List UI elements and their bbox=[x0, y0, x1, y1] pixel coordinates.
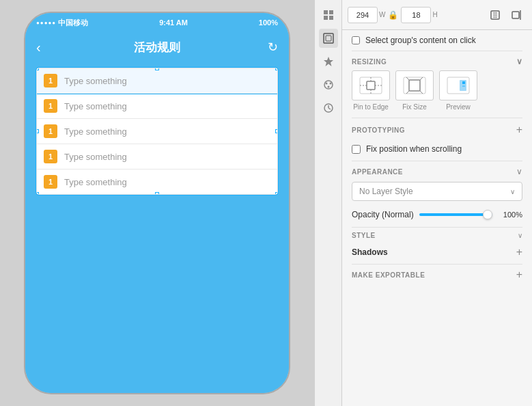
appearance-section: APPEARANCE ∨ bbox=[342, 161, 532, 182]
canvas-icon[interactable] bbox=[319, 29, 338, 48]
handle-top-left[interactable] bbox=[36, 68, 39, 70]
item-badge: 1 bbox=[44, 150, 57, 163]
style-label: STYLE bbox=[352, 232, 376, 239]
dropdown-arrow-icon: ∨ bbox=[510, 188, 515, 195]
preview-option[interactable]: Preview bbox=[439, 70, 477, 111]
item-text: Type something bbox=[64, 101, 127, 111]
svg-rect-3 bbox=[329, 16, 333, 20]
pin-to-edge-box bbox=[352, 70, 390, 100]
palette-icon[interactable] bbox=[319, 75, 338, 94]
pin-to-edge-option[interactable]: Pin to Edge bbox=[352, 70, 390, 111]
select-group-label: Select group's content on click bbox=[365, 36, 476, 45]
svg-rect-1 bbox=[329, 10, 333, 14]
handle-top-center[interactable] bbox=[155, 68, 159, 70]
properties-area: Select group's content on click RESIZING… bbox=[342, 30, 532, 406]
x-input[interactable] bbox=[348, 7, 378, 23]
clock-icon[interactable] bbox=[319, 98, 338, 118]
add-export-button[interactable]: + bbox=[516, 269, 522, 281]
item-text: Type something bbox=[64, 76, 127, 86]
style-dropdown[interactable]: No Layer Style ∨ bbox=[352, 182, 522, 201]
select-group-checkbox[interactable] bbox=[352, 36, 360, 44]
style-chevron-icon[interactable]: ∨ bbox=[518, 232, 522, 239]
item-badge: 1 bbox=[44, 74, 57, 87]
svg-point-9 bbox=[329, 83, 331, 85]
star-icon[interactable] bbox=[319, 52, 338, 71]
carrier-label: 中国移动 bbox=[58, 18, 88, 28]
canvas-area: ●●●●● 中国移动 9:41 AM 100% ‹ 活动规则 ↻ bbox=[0, 0, 314, 406]
svg-marker-6 bbox=[324, 57, 333, 66]
battery-label: 100% bbox=[259, 18, 278, 27]
shadows-row: Shadows + bbox=[342, 243, 532, 264]
svg-rect-18 bbox=[512, 12, 519, 18]
opacity-slider-wrap bbox=[419, 209, 492, 220]
resizing-label: RESIZING bbox=[352, 58, 387, 66]
svg-rect-21 bbox=[367, 81, 375, 90]
phone-content: ●●●●● 中国移动 9:41 AM 100% ‹ 活动规则 ↻ bbox=[25, 13, 289, 393]
opacity-row: Opacity (Normal) 100% bbox=[342, 206, 532, 227]
preview-label: Preview bbox=[446, 103, 471, 111]
fix-size-option[interactable]: Fix Size bbox=[395, 70, 434, 111]
svg-rect-2 bbox=[324, 16, 328, 20]
align-right-button[interactable] bbox=[507, 7, 527, 23]
status-bar: ●●●●● 中国移动 9:41 AM 100% bbox=[25, 13, 289, 32]
list-item[interactable]: 1 Type something bbox=[37, 94, 277, 119]
signal-dots: ●●●●● bbox=[36, 20, 56, 26]
appearance-label: APPEARANCE bbox=[352, 168, 403, 176]
svg-line-13 bbox=[328, 108, 331, 109]
fix-scroll-row: Fix position when scrolling bbox=[342, 141, 532, 161]
add-prototype-button[interactable]: + bbox=[516, 124, 522, 136]
svg-line-29 bbox=[420, 77, 423, 80]
svg-rect-5 bbox=[326, 36, 331, 41]
svg-point-10 bbox=[327, 86, 329, 88]
layout-icon[interactable] bbox=[319, 5, 338, 25]
item-badge: 1 bbox=[44, 99, 57, 113]
handle-bottom-left[interactable] bbox=[36, 192, 39, 195]
list-item[interactable]: 1 Type something bbox=[37, 144, 277, 170]
style-dropdown-text: No Layer Style bbox=[359, 187, 413, 196]
handle-top-right[interactable] bbox=[275, 68, 278, 70]
svg-rect-0 bbox=[324, 10, 328, 14]
export-section: MAKE EXPORTABLE + bbox=[342, 265, 532, 285]
list-container[interactable]: 1 Type something 1 Type something 1 Type… bbox=[36, 68, 278, 195]
h-label: H bbox=[432, 11, 437, 18]
resizing-grid: Pin to Edge bbox=[342, 70, 532, 118]
opacity-slider[interactable] bbox=[419, 213, 492, 216]
svg-rect-34 bbox=[462, 81, 465, 84]
opacity-label: Opacity (Normal) bbox=[352, 210, 414, 219]
handle-bottom-right[interactable] bbox=[275, 192, 278, 195]
y-field: H bbox=[401, 7, 437, 23]
item-badge: 1 bbox=[44, 124, 57, 138]
appearance-toggle[interactable]: ∨ bbox=[516, 167, 522, 176]
export-label: MAKE EXPORTABLE bbox=[352, 271, 425, 279]
svg-line-31 bbox=[420, 91, 423, 94]
prototyping-label: PROTOTYPING bbox=[352, 126, 405, 134]
select-group-row: Select group's content on click bbox=[342, 30, 532, 51]
item-text: Type something bbox=[64, 177, 127, 187]
align-left-button[interactable] bbox=[486, 7, 505, 23]
handle-bottom-center[interactable] bbox=[155, 192, 159, 195]
svg-point-8 bbox=[325, 83, 327, 85]
nav-title: 活动规则 bbox=[134, 40, 180, 55]
svg-rect-4 bbox=[324, 33, 333, 43]
nav-action-button[interactable]: ↻ bbox=[268, 40, 278, 55]
list-item[interactable]: 1 Type something bbox=[37, 170, 277, 194]
phone-frame: ●●●●● 中国移动 9:41 AM 100% ‹ 活动规则 ↻ bbox=[24, 12, 290, 394]
add-shadow-button[interactable]: + bbox=[516, 246, 522, 258]
y-input[interactable] bbox=[401, 7, 431, 23]
w-label: W bbox=[379, 11, 385, 18]
resizing-toggle[interactable]: ∨ bbox=[516, 57, 523, 66]
pin-to-edge-label: Pin to Edge bbox=[353, 103, 389, 111]
handle-mid-left[interactable] bbox=[36, 129, 39, 133]
handle-mid-right[interactable] bbox=[275, 129, 278, 133]
style-section: STYLE ∨ bbox=[342, 228, 532, 243]
svg-rect-27 bbox=[409, 80, 420, 91]
fix-position-label: Fix position when scrolling bbox=[366, 144, 462, 154]
fix-position-checkbox[interactable] bbox=[352, 145, 361, 154]
list-item[interactable]: 1 Type something bbox=[37, 68, 277, 94]
shadows-label: Shadows bbox=[352, 247, 388, 257]
item-text: Type something bbox=[64, 152, 127, 162]
list-item[interactable]: 1 Type something bbox=[37, 119, 277, 144]
resizing-section-header: RESIZING ∨ bbox=[342, 51, 532, 70]
back-button[interactable]: ‹ bbox=[36, 40, 41, 55]
lock-icon: 🔒 bbox=[388, 10, 398, 20]
